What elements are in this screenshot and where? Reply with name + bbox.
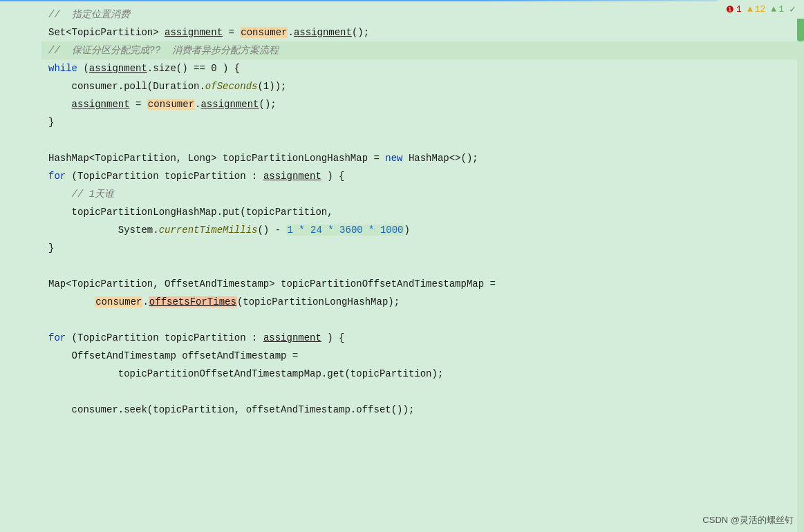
hashmap-text: HashMap<TopicPartition, Long> topicParti…: [48, 149, 478, 167]
status-bar: ❶ 1 ▲ 12 ▲ 1 ✓: [718, 0, 804, 19]
blank-1: [41, 131, 804, 149]
assign2-text: assignment = consumer.assignment();: [48, 95, 277, 113]
line-comment-3: // 1天谁: [41, 185, 804, 203]
line-seek: consumer.seek(topicPartition, offsetAndT…: [41, 401, 804, 419]
warning-icon: ▲: [747, 4, 753, 15]
blank-4: [41, 383, 804, 401]
get-text: topicPartitionOffsetAndTimestampMap.get(…: [48, 365, 443, 383]
map-text: Map<TopicPartition, OffsetAndTimestamp> …: [48, 275, 496, 293]
line-put: topicPartitionLongHashMap.put(topicParti…: [41, 203, 804, 221]
comment-text-1: // 指定位置消费: [48, 6, 130, 23]
line-offsets: consumer.offsetsForTimes(topicPartitionL…: [41, 293, 804, 311]
line-for2: for (TopicPartition topicPartition : ass…: [41, 329, 804, 347]
line-while: while (assignment.size() == 0 ) {: [41, 59, 804, 77]
error-count: 1: [736, 4, 742, 15]
line-comment-2: // 保证分区分配完成?? 消费者异步分配方案流程: [41, 41, 804, 59]
put-text: topicPartitionLongHashMap.put(topicParti…: [48, 203, 333, 221]
line-poll: consumer.poll(Duration.ofSeconds(1));: [41, 77, 804, 95]
system-text: System.currentTimeMillis() - 1 * 24 * 36…: [48, 221, 410, 239]
info-icon: ▲: [771, 4, 776, 15]
error-icon: ❶: [726, 4, 734, 15]
info-badge: ▲ 1: [771, 4, 784, 15]
line-get: topicPartitionOffsetAndTimestampMap.get(…: [41, 365, 804, 383]
line-map: Map<TopicPartition, OffsetAndTimestamp> …: [41, 275, 804, 293]
line-hashmap: HashMap<TopicPartition, Long> topicParti…: [41, 149, 804, 167]
seek-text: consumer.seek(topicPartition, offsetAndT…: [48, 401, 414, 419]
blank-2: [41, 257, 804, 275]
comment-text-3: // 1天谁: [48, 185, 114, 203]
scrollbar-vertical[interactable]: [797, 0, 804, 532]
code-text: Set<TopicPartition> assignment = consume…: [48, 23, 369, 41]
line-offset-decl: OffsetAndTimestamp offsetAndTimestamp =: [41, 347, 804, 365]
while-keyword: while (assignment.size() == 0 ) {: [48, 59, 240, 77]
blank-3: [41, 311, 804, 329]
poll-text: consumer.poll(Duration.ofSeconds(1));: [48, 77, 286, 95]
comment-text-2: // 保证分区分配完成?? 消费者异步分配方案流程: [48, 41, 279, 59]
brace2: }: [48, 239, 54, 257]
offsets-text: consumer.offsetsForTimes(topicPartitionL…: [48, 293, 400, 311]
code-area[interactable]: // 指定位置消费 Set<TopicPartition> assignment…: [0, 0, 804, 532]
line-comment-1: // 指定位置消费: [41, 6, 804, 23]
for1-text: for (TopicPartition topicPartition : ass…: [48, 167, 345, 185]
line-assign2: assignment = consumer.assignment();: [41, 95, 804, 113]
warning-count: 12: [755, 4, 766, 15]
brace1: }: [48, 113, 54, 131]
for2-text: for (TopicPartition topicPartition : ass…: [48, 329, 345, 347]
watermark: CSDN @灵活的螺丝钉: [702, 514, 794, 526]
line-set-assignment: Set<TopicPartition> assignment = consume…: [41, 23, 804, 41]
warning-badge: ▲ 12: [747, 4, 765, 15]
line-close2: }: [41, 239, 804, 257]
error-badge: ❶ 1: [726, 4, 742, 15]
checkmark-icon: ✓: [789, 3, 796, 16]
info-count: 1: [778, 4, 784, 15]
line-system: System.currentTimeMillis() - 1 * 24 * 36…: [41, 221, 804, 239]
line-for1: for (TopicPartition topicPartition : ass…: [41, 167, 804, 185]
line-close1: }: [41, 113, 804, 131]
editor-container: ❶ 1 ▲ 12 ▲ 1 ✓ // 指定位置消费 Set<TopicPartit…: [0, 0, 804, 532]
offset-decl-text: OffsetAndTimestamp offsetAndTimestamp =: [48, 347, 298, 365]
